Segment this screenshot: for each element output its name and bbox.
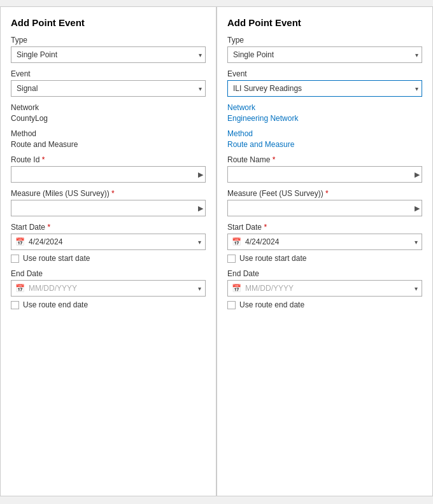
right-network-value: Engineering Network: [227, 114, 422, 123]
left-use-route-start-row: Use route start date: [11, 254, 206, 263]
left-use-route-start-checkbox[interactable]: [11, 255, 19, 263]
right-use-route-start-row: Use route start date: [227, 254, 422, 263]
right-use-route-start-label: Use route start date: [239, 254, 306, 263]
left-event-select[interactable]: Signal: [11, 80, 206, 97]
left-end-date-label: End Date: [11, 269, 206, 278]
left-method-value: Route and Measure: [11, 140, 206, 149]
right-method-label: Method: [227, 129, 422, 138]
right-route-name-input-wrapper: ▶: [227, 166, 422, 183]
right-route-name-input[interactable]: [227, 166, 422, 183]
left-end-date-wrapper[interactable]: 📅 MM/DD/YYYY ▾: [11, 280, 206, 297]
left-method-label: Method: [11, 129, 206, 138]
right-end-date-placeholder: MM/DD/YYYY: [245, 284, 415, 293]
left-type-select-wrapper: Single Point ▾: [11, 46, 206, 63]
left-panel-title: Add Point Event: [11, 17, 206, 28]
right-event-select[interactable]: ILI Survey Readings: [227, 80, 422, 97]
left-start-date-calendar-icon: 📅: [15, 237, 25, 246]
left-measure-arrow-icon[interactable]: ▶: [198, 204, 203, 213]
left-panel: Add Point Event Type Single Point ▾ Even…: [0, 6, 216, 496]
right-route-name-arrow-icon[interactable]: ▶: [415, 171, 420, 179]
right-event-label: Event: [227, 69, 422, 78]
left-start-date-wrapper[interactable]: 📅 4/24/2024 ▾: [11, 234, 206, 250]
left-end-date-calendar-icon: 📅: [15, 284, 25, 293]
right-end-date-calendar-icon: 📅: [232, 284, 241, 293]
right-measure-input[interactable]: [227, 200, 422, 216]
left-measure-input-wrapper: ▶: [11, 200, 206, 216]
left-start-date-label: Start Date *: [11, 223, 206, 232]
right-end-date-wrapper[interactable]: 📅 MM/DD/YYYY ▾: [227, 280, 422, 297]
left-start-date-value: 4/24/2024: [29, 237, 198, 246]
right-start-date-chevron-icon: ▾: [415, 239, 418, 246]
left-type-label: Type: [11, 36, 206, 45]
left-use-route-end-row: Use route end date: [11, 300, 206, 309]
left-start-date-chevron-icon: ▾: [198, 239, 201, 246]
left-use-route-start-label: Use route start date: [23, 254, 90, 263]
left-end-date-placeholder: MM/DD/YYYY: [29, 284, 198, 293]
right-type-select[interactable]: Single Point: [227, 46, 422, 63]
right-network-label: Network: [227, 103, 422, 112]
right-use-route-end-label: Use route end date: [239, 300, 304, 309]
left-route-id-arrow-icon[interactable]: ▶: [198, 171, 203, 179]
right-end-date-label: End Date: [227, 269, 422, 278]
right-end-date-chevron-icon: ▾: [415, 285, 418, 292]
left-route-id-label: Route Id *: [11, 155, 206, 164]
right-use-route-start-checkbox[interactable]: [227, 255, 236, 263]
right-event-select-wrapper: ILI Survey Readings ▾: [227, 80, 422, 97]
left-use-route-end-checkbox[interactable]: [11, 301, 19, 309]
left-route-id-input[interactable]: [11, 166, 206, 183]
left-network-label: Network: [11, 103, 206, 112]
right-measure-label: Measure (Feet (US Survey)) *: [227, 189, 422, 198]
right-start-date-label: Start Date *: [227, 223, 422, 232]
right-measure-arrow-icon[interactable]: ▶: [415, 204, 420, 213]
left-type-select[interactable]: Single Point: [11, 46, 206, 63]
left-route-id-input-wrapper: ▶: [11, 166, 206, 183]
right-type-select-wrapper: Single Point ▾: [227, 46, 422, 63]
right-panel-title: Add Point Event: [227, 17, 422, 28]
right-method-value: Route and Measure: [227, 140, 422, 149]
right-use-route-end-checkbox[interactable]: [227, 301, 236, 309]
right-type-label: Type: [227, 36, 422, 45]
right-start-date-wrapper[interactable]: 📅 4/24/2024 ▾: [227, 234, 422, 250]
right-start-date-calendar-icon: 📅: [232, 237, 241, 246]
left-event-select-wrapper: Signal ▾: [11, 80, 206, 97]
right-measure-input-wrapper: ▶: [227, 200, 422, 216]
right-start-date-value: 4/24/2024: [245, 237, 415, 246]
panels-container: Add Point Event Type Single Point ▾ Even…: [0, 6, 433, 496]
left-event-label: Event: [11, 69, 206, 78]
left-use-route-end-label: Use route end date: [23, 300, 88, 309]
left-network-value: CountyLog: [11, 114, 206, 123]
left-measure-label: Measure (Miles (US Survey)) *: [11, 189, 206, 198]
right-panel: Add Point Event Type Single Point ▾ Even…: [216, 6, 433, 496]
right-use-route-end-row: Use route end date: [227, 300, 422, 309]
right-route-name-label: Route Name *: [227, 155, 422, 164]
left-measure-input[interactable]: [11, 200, 206, 216]
left-end-date-chevron-icon: ▾: [198, 285, 201, 292]
